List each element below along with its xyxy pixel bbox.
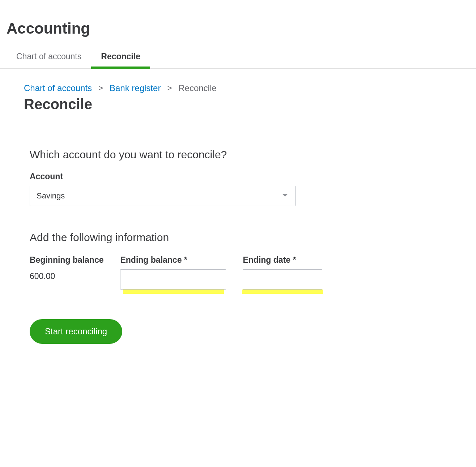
- beginning-balance-label: Beginning balance: [30, 255, 103, 265]
- reconcile-form: Which account do you want to reconcile? …: [24, 112, 476, 344]
- content-area: Chart of accounts > Bank register > Reco…: [0, 69, 476, 344]
- account-select-wrap: Savings: [30, 186, 296, 206]
- fields-row: Beginning balance 600.00 Ending balance …: [30, 255, 476, 294]
- beginning-balance-column: Beginning balance 600.00: [30, 255, 103, 294]
- tab-reconcile[interactable]: Reconcile: [91, 52, 150, 68]
- ending-date-column: Ending date *: [243, 255, 323, 294]
- ending-balance-label: Ending balance *: [120, 255, 226, 265]
- highlight-marker: [123, 290, 224, 294]
- tab-chart-of-accounts[interactable]: Chart of accounts: [7, 52, 91, 68]
- breadcrumb-separator: >: [167, 83, 172, 93]
- account-select[interactable]: Savings: [30, 186, 296, 206]
- account-prompt: Which account do you want to reconcile?: [30, 149, 476, 161]
- beginning-balance-value: 600.00: [30, 271, 103, 281]
- breadcrumb-bank-register[interactable]: Bank register: [110, 83, 161, 93]
- start-reconciling-button[interactable]: Start reconciling: [30, 319, 122, 344]
- account-label: Account: [30, 172, 476, 181]
- ending-balance-column: Ending balance *: [120, 255, 226, 294]
- breadcrumb-current: Reconcile: [178, 83, 216, 93]
- page-subtitle: Reconcile: [24, 96, 476, 112]
- highlight-marker: [242, 290, 323, 294]
- breadcrumb-separator: >: [98, 83, 103, 93]
- info-section-prompt: Add the following information: [30, 231, 476, 244]
- breadcrumb: Chart of accounts > Bank register > Reco…: [24, 83, 476, 93]
- breadcrumb-chart-of-accounts[interactable]: Chart of accounts: [24, 83, 92, 93]
- ending-date-input[interactable]: [243, 269, 322, 290]
- ending-balance-input[interactable]: [120, 269, 226, 290]
- ending-date-label: Ending date *: [243, 255, 323, 265]
- tabs: Chart of accounts Reconcile: [0, 37, 476, 69]
- page-title: Accounting: [0, 0, 476, 37]
